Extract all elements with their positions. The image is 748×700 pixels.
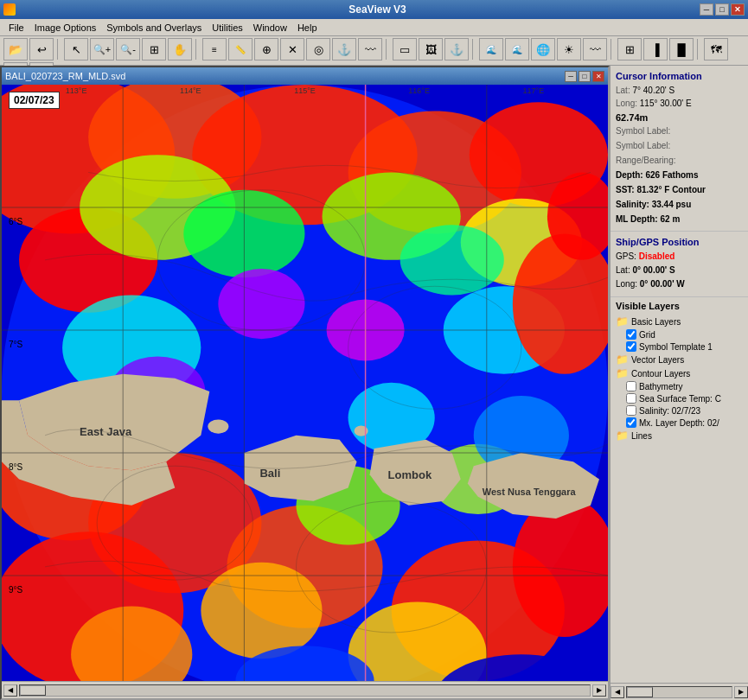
- layer-group-lines[interactable]: 📁 Lines: [616, 429, 743, 442]
- layer-bathymetry-checkbox[interactable]: [626, 381, 636, 391]
- tb-waypoint[interactable]: ⚓: [332, 38, 356, 60]
- layer-grid[interactable]: Grid: [616, 328, 743, 340]
- tb-bar2[interactable]: █: [669, 38, 694, 60]
- minimize-button[interactable]: ─: [700, 3, 713, 16]
- cursor-symbol-label2: Symbol Label:: [616, 140, 743, 152]
- tb-ruler[interactable]: 📏: [228, 38, 253, 60]
- gps-lat-label: Lat:: [616, 265, 630, 275]
- right-panel-scrollbar[interactable]: ◀ ▶: [611, 683, 748, 700]
- toolbar-sep-6: [697, 39, 700, 60]
- scroll-left-arrow[interactable]: ◀: [3, 684, 17, 697]
- gps-status: Disabled: [639, 251, 675, 261]
- tb-undo[interactable]: ↩: [29, 38, 54, 60]
- layer-ml-depth-checkbox[interactable]: [626, 417, 636, 428]
- tb-wave[interactable]: 〰: [583, 38, 607, 60]
- tb-layers[interactable]: ≡: [202, 38, 227, 60]
- scrollbar-thumb[interactable]: [20, 685, 46, 696]
- tb-anchor[interactable]: ⚓: [444, 38, 469, 60]
- tb-zoom-in[interactable]: 🔍+: [90, 38, 114, 60]
- toolbar-sep-5: [611, 39, 614, 60]
- layer-group-basic[interactable]: 📁 Basic Layers: [616, 315, 743, 328]
- gps-section: Ship/GPS Position GPS: Disabled Lat: 0° …: [611, 232, 748, 297]
- toolbar-sep-3: [386, 39, 389, 60]
- menu-image-options[interactable]: Image Options: [29, 21, 102, 35]
- layer-sst-checkbox[interactable]: [626, 393, 636, 404]
- svg-point-35: [208, 419, 228, 433]
- menu-window[interactable]: Window: [248, 21, 292, 35]
- layer-ml-depth[interactable]: Mx. Layer Depth: 02/: [616, 417, 743, 429]
- tb-pan[interactable]: ✋: [168, 38, 192, 60]
- close-button[interactable]: ✕: [731, 3, 745, 16]
- map-canvas[interactable]: 02/07/23 113°E 114°E 115°E 116°E 117°E: [2, 85, 608, 698]
- svg-text:8°S: 8°S: [9, 462, 23, 472]
- main-content: BALI_020723_RM_MLD.svd ─ □ ✕ 02/07/23 11…: [0, 66, 748, 700]
- svg-point-26: [201, 563, 322, 659]
- tb-grid[interactable]: ⊞: [617, 38, 642, 60]
- folder-icon-contour: 📁: [616, 367, 629, 379]
- layer-group-lines-label: Lines: [631, 431, 652, 441]
- svg-text:West Nusa Tenggara: West Nusa Tenggara: [483, 487, 577, 497]
- tb-open[interactable]: 📂: [3, 38, 28, 60]
- right-scroll-left[interactable]: ◀: [611, 686, 624, 698]
- tb-pointer[interactable]: ↖: [64, 38, 88, 60]
- layer-group-vector[interactable]: 📁 Vector Layers: [616, 353, 743, 366]
- svg-text:9°S: 9°S: [9, 585, 23, 595]
- menu-file[interactable]: File: [3, 21, 29, 35]
- cursor-lat-value: 7° 40.20' S: [632, 86, 674, 95]
- tb-map1[interactable]: 🗺: [704, 38, 728, 60]
- map-svg[interactable]: 6°S 7°S 8°S 9°S 10°S East Java Bali Lomb…: [2, 85, 608, 698]
- menu-symbols-overlays[interactable]: Symbols and Overlays: [101, 21, 207, 35]
- tb-chart2[interactable]: 🌊: [505, 38, 529, 60]
- cursor-symbol-label1: Symbol Label:: [616, 125, 743, 137]
- tb-bar1[interactable]: ▐: [643, 38, 668, 60]
- map-minimize-button[interactable]: ─: [565, 71, 577, 82]
- tb-chart1[interactable]: 🌊: [479, 38, 503, 60]
- toolbar-sep-4: [472, 39, 476, 60]
- folder-icon-basic: 📁: [616, 315, 629, 328]
- cursor-salinity: Salinity: 33.44 psu: [616, 199, 743, 211]
- layer-group-contour[interactable]: 📁 Contour Layers: [616, 366, 743, 380]
- menu-help[interactable]: Help: [292, 21, 323, 35]
- right-scroll-right[interactable]: ▶: [734, 686, 748, 698]
- horizontal-scrollbar[interactable]: [19, 684, 591, 697]
- map-window-title: BALI_020723_RM_MLD.svd: [5, 71, 125, 81]
- menu-utilities[interactable]: Utilities: [207, 21, 247, 35]
- map-scrollbar[interactable]: ◀ ▶: [2, 681, 608, 698]
- layer-grid-checkbox[interactable]: [626, 329, 636, 340]
- tb-globe[interactable]: 🌐: [531, 38, 555, 60]
- window-title: SeaView V3: [55, 3, 700, 16]
- gps-lat-value: 0° 00.00' S: [632, 265, 674, 275]
- tb-zoom-box[interactable]: ⊞: [142, 38, 166, 60]
- svg-text:6°S: 6°S: [9, 217, 23, 226]
- map-window-title-bar: BALI_020723_RM_MLD.svd ─ □ ✕: [2, 67, 608, 85]
- tb-route[interactable]: 〰: [358, 38, 382, 60]
- layer-symbol-template-checkbox[interactable]: [626, 341, 636, 352]
- tb-sun[interactable]: ☀: [557, 38, 581, 60]
- right-scrollbar-thumb[interactable]: [627, 687, 653, 697]
- maximize-button[interactable]: □: [715, 3, 729, 16]
- layer-bathymetry[interactable]: Bathymetry: [616, 380, 743, 392]
- tb-zoom-out[interactable]: 🔍-: [116, 38, 140, 60]
- map-close-button[interactable]: ✕: [592, 71, 604, 82]
- cursor-sst: SST: 81.32° F Contour: [616, 184, 743, 196]
- tb-crosshair[interactable]: ⊕: [254, 38, 278, 60]
- layer-salinity-checkbox[interactable]: [626, 405, 636, 416]
- scroll-right-arrow[interactable]: ▶: [592, 684, 606, 697]
- layer-bathymetry-label: Bathymetry: [639, 382, 683, 391]
- layer-salinity-label: Salinity: 02/7/23: [639, 406, 700, 416]
- cursor-lon-label: Long:: [616, 99, 637, 108]
- tb-target[interactable]: ✕: [280, 38, 304, 60]
- map-title-controls: ─ □ ✕: [565, 71, 604, 82]
- svg-point-12: [400, 225, 504, 295]
- cursor-info-section: Cursor Information Lat: 7° 40.20' S Long…: [611, 66, 748, 232]
- tb-img[interactable]: 🖼: [419, 38, 443, 60]
- tb-rect[interactable]: ▭: [393, 38, 417, 60]
- cursor-depth-fathoms: Depth: 626 Fathoms: [616, 169, 743, 181]
- tb-circle-target[interactable]: ◎: [306, 38, 330, 60]
- layer-sst[interactable]: Sea Surface Temp: C: [616, 392, 743, 404]
- layer-salinity[interactable]: Salinity: 02/7/23: [616, 404, 743, 417]
- right-scrollbar-track[interactable]: [626, 686, 732, 698]
- map-maximize-button[interactable]: □: [579, 71, 591, 82]
- layer-symbol-template[interactable]: Symbol Template 1: [616, 340, 743, 353]
- cursor-range-bearing: Range/Bearing:: [616, 155, 743, 167]
